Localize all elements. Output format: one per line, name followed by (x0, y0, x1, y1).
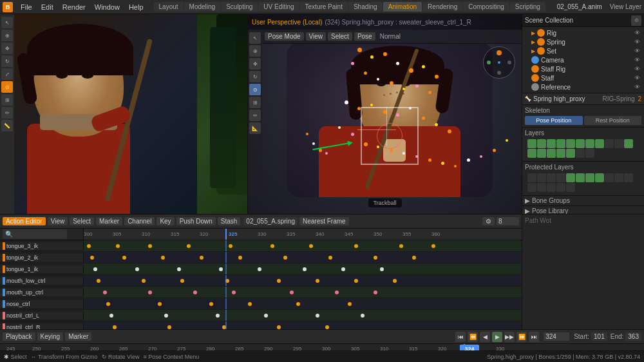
rest-position-btn[interactable]: Rest Position (584, 116, 642, 125)
player-13[interactable] (537, 183, 546, 192)
scene-filter-icon[interactable]: ⚙ (631, 15, 641, 26)
player-14[interactable] (547, 183, 556, 192)
layer-14[interactable] (547, 149, 556, 158)
layer-3[interactable] (547, 139, 556, 148)
tab-sculpting[interactable]: Sculpting (221, 2, 258, 12)
menu-window[interactable]: Window (91, 2, 124, 12)
player-8[interactable] (595, 173, 604, 182)
player-16[interactable] (566, 183, 575, 192)
layer-2[interactable] (537, 139, 546, 148)
scene-item-camera[interactable]: Camera 👁 (524, 55, 643, 64)
player-1[interactable] (527, 173, 536, 182)
layer-4[interactable] (556, 139, 565, 148)
track-nose-kf[interactable] (84, 298, 522, 309)
layer-12[interactable] (527, 149, 536, 158)
pose-position-btn[interactable]: Pose Position (525, 116, 583, 125)
play-btn[interactable]: ▶ (492, 332, 502, 342)
player-9[interactable] (605, 173, 614, 182)
vp-tool-select[interactable]: ↖ (1, 17, 13, 28)
ae-filter-btn[interactable]: ⚙ (482, 217, 495, 225)
tab-rendering[interactable]: Rendering (422, 2, 462, 12)
prev-keyframe-btn[interactable]: ⏪ (468, 332, 478, 342)
layer-10[interactable] (614, 139, 623, 148)
spring-eye[interactable]: 👁 (634, 39, 640, 45)
layer-18[interactable] (585, 149, 594, 158)
layer-7[interactable] (585, 139, 594, 148)
center-viewport[interactable]: User Perspective (Local) (324) Spring.hi… (248, 14, 522, 214)
push-down-btn[interactable]: Push Down (176, 217, 216, 225)
pose-library-section[interactable]: ▶ Pose Library (522, 206, 644, 214)
track-tongue2-kf[interactable] (84, 252, 522, 263)
next-frame-btn[interactable]: ▶▶ (504, 332, 515, 342)
menu-help[interactable]: Help (125, 2, 147, 12)
tab-compositing[interactable]: Compositing (463, 2, 509, 12)
menu-edit[interactable]: Edit (37, 2, 57, 12)
vp-tool-scale[interactable]: ⤢ (1, 68, 13, 80)
pose-btn[interactable]: Pose (354, 32, 375, 41)
track-nostril-r-kf[interactable] (84, 321, 522, 329)
tab-animation[interactable]: Animation (383, 2, 422, 12)
vp-tool-gizmo[interactable]: ⊙ (1, 81, 13, 93)
layer-11[interactable] (624, 139, 633, 148)
track-mouth-low-kf[interactable] (84, 275, 522, 286)
tab-texture[interactable]: Texture Paint (300, 2, 348, 12)
vp-tool-measure[interactable]: 📏 (1, 120, 13, 131)
ae-view-btn[interactable]: View (48, 217, 68, 225)
player-3[interactable] (547, 173, 556, 182)
track-tongue3-kf[interactable] (84, 240, 522, 251)
player-12[interactable] (527, 183, 536, 192)
vp-tool-move[interactable]: ✥ (1, 43, 13, 54)
select-btn[interactable]: Select (328, 32, 352, 41)
vp-tool-transform[interactable]: ⊞ (1, 94, 13, 106)
action-name-field[interactable]: 02_055_A.spring (243, 217, 298, 225)
ae-marker-btn[interactable]: Marker (96, 217, 122, 225)
menu-file[interactable]: File (17, 2, 36, 12)
tab-layout[interactable]: Layout (154, 2, 184, 12)
track-tongue1-kf[interactable] (84, 263, 522, 274)
nearest-frame-btn[interactable]: Nearest Frame (299, 217, 349, 225)
tab-modeling[interactable]: Modeling (184, 2, 221, 12)
scene-item-rig[interactable]: ▶ Rig 👁 (524, 28, 643, 37)
layer-5[interactable] (566, 139, 575, 148)
scene-item-spring[interactable]: ▶ Spring 👁 (524, 37, 643, 46)
layer-13[interactable] (537, 149, 546, 158)
layer-16[interactable] (566, 149, 575, 158)
staff-eye[interactable]: 👁 (634, 75, 640, 81)
jump-end-btn[interactable]: ⏭ (529, 332, 539, 342)
set-eye[interactable]: 👁 (634, 48, 640, 54)
scene-item-reference[interactable]: Reference 👁 (524, 82, 643, 91)
player-6[interactable] (576, 173, 585, 182)
tab-scripting[interactable]: Scripting (510, 2, 545, 12)
tab-shading[interactable]: Shading (348, 2, 383, 12)
jump-start-btn[interactable]: ⏮ (455, 332, 466, 342)
next-keyframe-btn[interactable]: ⏩ (516, 332, 527, 342)
bone-groups-section[interactable]: ▶ Bone Groups (522, 196, 644, 206)
player-4[interactable] (556, 173, 565, 182)
layer-8[interactable] (595, 139, 604, 148)
tab-uv[interactable]: UV Editing (258, 2, 299, 12)
vp-tool-annotate[interactable]: ✏ (1, 107, 13, 119)
track-mouth-up-kf[interactable] (84, 287, 522, 298)
player-10[interactable] (614, 173, 623, 182)
layer-1[interactable] (527, 139, 536, 148)
player-15[interactable] (556, 183, 565, 192)
pose-mode-btn[interactable]: Pose Mode (265, 32, 304, 41)
current-frame-input[interactable] (544, 332, 569, 341)
nav-gizmo[interactable] (483, 46, 515, 79)
scene-item-staff[interactable]: Staff 👁 (524, 73, 643, 82)
player-5[interactable] (566, 173, 575, 182)
stash-btn[interactable]: Stash (218, 217, 241, 225)
keying-btn[interactable]: Keying (37, 332, 64, 341)
vp-tool-rotate[interactable]: ↻ (1, 55, 13, 67)
frame-step-input[interactable] (497, 217, 519, 225)
ae-channel-btn[interactable]: Channel (124, 217, 155, 225)
track-search-input[interactable] (3, 229, 67, 239)
reference-eye[interactable]: 👁 (634, 84, 640, 90)
tl-marker-btn[interactable]: Marker (65, 332, 91, 341)
layer-9[interactable] (605, 139, 614, 148)
scene-item-set[interactable]: ▶ Set 👁 (524, 46, 643, 55)
staffrig-eye[interactable]: 👁 (634, 66, 640, 72)
player-2[interactable] (537, 173, 546, 182)
track-nostril-l-kf[interactable] (84, 310, 522, 321)
left-viewport[interactable]: ↖ ⊕ ✥ ↻ ⤢ ⊙ ⊞ ✏ 📏 (0, 14, 248, 214)
